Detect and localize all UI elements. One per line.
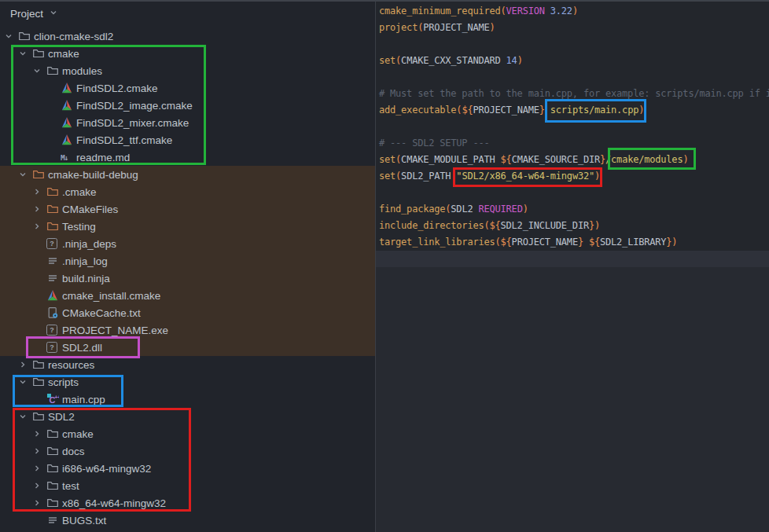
project-tool-window-header[interactable]: Project (0, 0, 375, 28)
code-token: project (379, 22, 418, 33)
editor-panel[interactable]: cmake_minimum_required(VERSION 3.22)proj… (376, 0, 769, 532)
chevron-right-icon[interactable] (18, 360, 32, 369)
tree-item-cmake[interactable]: cmake (0, 425, 375, 442)
chevron-down-icon[interactable] (32, 66, 46, 75)
chevron-right-icon[interactable] (32, 429, 46, 438)
folder-icon (46, 220, 62, 233)
folder-icon (46, 462, 62, 475)
code-token: ) (594, 171, 600, 182)
code-line[interactable]: set(CMAKE_CXX_STANDARD 14) (379, 53, 769, 69)
chevron-right-icon[interactable] (32, 187, 46, 196)
cmake-cache-icon (46, 306, 62, 319)
folder-icon (46, 203, 62, 215)
unknown-icon: ? (46, 325, 62, 336)
chevron-down-icon[interactable] (49, 8, 58, 20)
tree-item-sdl2[interactable]: SDL2 (0, 408, 375, 425)
window-top-edge (0, 0, 769, 2)
tree-item-label: readme.md (76, 152, 130, 163)
code-line[interactable] (379, 69, 769, 86)
tree-item-label: FindSDL2_image.cmake (76, 100, 193, 112)
tree-item-resources[interactable]: resources (0, 356, 375, 373)
chevron-down-icon[interactable] (4, 31, 18, 41)
chevron-right-icon[interactable] (32, 446, 46, 456)
tree-item-cmakecache-txt[interactable]: CMakeCache.txt (0, 304, 375, 321)
chevron-down-icon[interactable] (18, 377, 32, 387)
tree-item-ninja-log[interactable]: .ninja_log (0, 252, 375, 270)
tree-item-project-name-exe[interactable]: ?PROJECT_NAME.exe (0, 321, 375, 339)
code-token: ) (683, 154, 688, 165)
textfile-icon (46, 514, 62, 526)
code-token: CMAKE_CXX_STANDARD (401, 55, 506, 66)
cpp-icon: C++ (46, 393, 62, 405)
tree-item-main-cpp[interactable]: C++main.cpp (0, 391, 375, 408)
tree-item-label: .cmake (62, 186, 97, 198)
tree-item-cmake[interactable]: .cmake (0, 183, 375, 200)
code-area[interactable]: cmake_minimum_required(VERSION 3.22)proj… (376, 0, 769, 251)
code-token: CMAKE_SOURCE_DIR (512, 154, 600, 165)
chevron-right-icon[interactable] (32, 204, 46, 214)
code-line[interactable]: include_directories(${SDL2_INCLUDE_DIR}) (379, 218, 769, 234)
tree-item-modules[interactable]: modules (0, 62, 375, 79)
cmake-icon (61, 82, 76, 94)
tree-item-test[interactable]: test (0, 477, 375, 494)
tree-item-findsdl2-ttf-cmake[interactable]: FindSDL2_ttf.cmake (0, 131, 375, 149)
code-token: SDL2_INCLUDE_DIR (501, 220, 589, 231)
code-line[interactable]: cmake_minimum_required(VERSION 3.22) (379, 3, 769, 20)
tree-item-clion-cmake-sdl2[interactable]: clion-cmake-sdl2 (0, 28, 375, 45)
tree-item-testing[interactable]: Testing (0, 218, 375, 235)
svg-text:++: ++ (55, 394, 60, 400)
tree-item-sdl2-dll[interactable]: ?SDL2.dll (0, 339, 375, 356)
code-line[interactable]: set(CMAKE_MODULE_PATH ${CMAKE_SOURCE_DIR… (379, 152, 769, 168)
code-line[interactable]: add_executable(${PROJECT_NAME} scripts/m… (379, 102, 769, 119)
code-line[interactable]: find_package(SDL2 REQUIRED) (379, 201, 769, 218)
folder-icon (46, 445, 62, 457)
project-dropdown-label[interactable]: Project (10, 8, 43, 20)
chevron-right-icon[interactable] (32, 222, 46, 231)
tree-item-i686-w64-mingw32[interactable]: i686-w64-mingw32 (0, 460, 375, 477)
tree-item-findsdl2-cmake[interactable]: FindSDL2.cmake (0, 79, 375, 97)
code-line[interactable] (379, 36, 769, 53)
tree-item-scripts[interactable]: scripts (0, 373, 375, 391)
tree-item-build-ninja[interactable]: build.ninja (0, 270, 375, 287)
tree-item-readme-md[interactable]: M↓readme.md (0, 149, 375, 166)
code-line[interactable]: project(PROJECT_NAME) (379, 20, 769, 36)
tree-item-ninja-deps[interactable]: ?.ninja_deps (0, 235, 375, 252)
tree-item-findsdl2-image-cmake[interactable]: FindSDL2_image.cmake (0, 97, 375, 114)
cmake-icon (61, 134, 76, 146)
code-token (545, 6, 550, 17)
code-line[interactable] (379, 119, 769, 135)
folder-icon (18, 30, 34, 42)
chevron-right-icon[interactable] (32, 481, 46, 490)
folder-icon (32, 410, 48, 423)
tree-item-cmake-build-debug[interactable]: cmake-build-debug (0, 166, 375, 183)
cmake-icon (61, 116, 76, 129)
code-token: }) (666, 237, 677, 248)
tree-item-docs[interactable]: docs (0, 442, 375, 460)
tree-item-bugs-txt[interactable]: BUGS.txt (0, 512, 375, 529)
code-line[interactable]: target_link_libraries(${PROJECT_NAME} ${… (379, 234, 769, 251)
folder-icon (46, 497, 62, 509)
code-line[interactable] (379, 185, 769, 201)
editor-empty-area (376, 267, 769, 532)
tree-item-cmake[interactable]: cmake (0, 45, 375, 62)
folder-icon (46, 64, 62, 77)
code-token: ${ (501, 154, 512, 165)
tree-item-x86-64-w64-mingw32[interactable]: x86_64-w64-mingw32 (0, 494, 375, 512)
tree-item-label: Testing (62, 221, 96, 233)
code-token: SDL2 (451, 204, 478, 215)
code-token: PROJECT_NAME (423, 22, 489, 33)
chevron-down-icon[interactable] (18, 170, 32, 179)
chevron-down-icon[interactable] (18, 412, 32, 421)
tree-item-label: BUGS.txt (62, 515, 106, 526)
tree-item-cmake-install-cmake[interactable]: cmake_install.cmake (0, 287, 375, 304)
code-line[interactable]: # Must set the path to the main.cpp, for… (379, 86, 769, 102)
code-line[interactable]: set(SDL2_PATH "SDL2/x86_64-w64-mingw32") (379, 168, 769, 185)
tree-item-cmakefiles[interactable]: CMakeFiles (0, 200, 375, 218)
chevron-down-icon[interactable] (18, 49, 32, 58)
chevron-right-icon[interactable] (32, 464, 46, 473)
tree-item-label: SDL2.dll (62, 342, 102, 354)
code-token: SDL2_LIBRARY (600, 237, 666, 248)
tree-item-findsdl2-mixer-cmake[interactable]: FindSDL2_mixer.cmake (0, 114, 375, 131)
code-line[interactable]: # --- SDL2 SETUP --- (379, 135, 769, 152)
chevron-right-icon[interactable] (32, 498, 46, 508)
